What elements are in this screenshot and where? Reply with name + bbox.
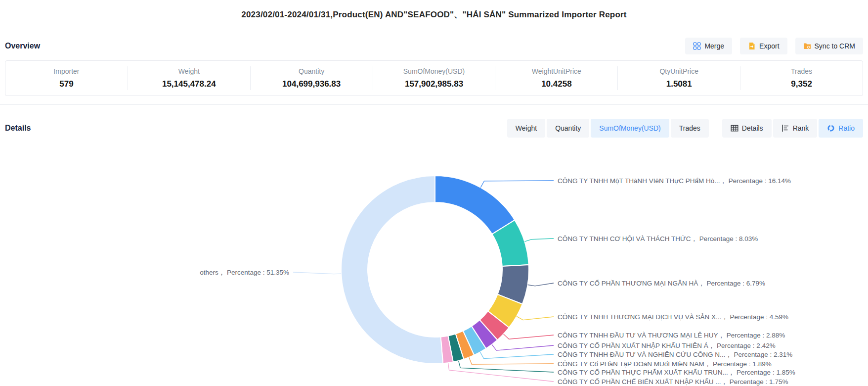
stat-label: Weight	[128, 67, 250, 75]
importer-ratio-chart: CÔNG TY TNHH MộT THàNH VIêN THựC PHẩM Hò…	[0, 148, 868, 386]
tab-quantity[interactable]: Quantity	[547, 119, 589, 138]
stat-importer: Importer 579	[5, 66, 128, 90]
view-ratio-button[interactable]: Ratio	[819, 119, 863, 138]
view-rank-button[interactable]: Rank	[773, 119, 818, 138]
stat-label: Quantity	[251, 67, 373, 75]
export-button[interactable]: Export	[740, 38, 787, 54]
stat-value: 579	[5, 79, 128, 89]
stat-value: 15,145,478.24	[128, 79, 250, 89]
stat-trades: Trades 9,352	[740, 66, 863, 90]
overview-heading: Overview	[5, 42, 40, 50]
details-header-row: Details Weight Quantity SumOfMoney(USD) …	[5, 119, 863, 138]
stat-label: QtyUnitPrice	[618, 67, 740, 75]
stat-value: 104,699,936.83	[251, 79, 373, 89]
section-divider	[0, 104, 868, 105]
slice-label: others， Percentage : 51.35%	[200, 269, 289, 276]
slice-label: CÔNG TY CỔ PHẦN THƯƠNG MẠI NGÂN HÀ， Perc…	[558, 280, 765, 287]
export-icon	[748, 42, 756, 50]
view-switch-group: Details Rank Ratio	[721, 119, 863, 138]
label-leader-line	[469, 357, 554, 364]
ratio-icon	[827, 124, 835, 132]
stat-label: Trades	[740, 67, 863, 75]
details-heading: Details	[5, 124, 31, 133]
stat-weight: Weight 15,145,478.24	[128, 66, 250, 90]
label-leader-line	[524, 239, 554, 241]
slice-label: CÔNG TY TNHH CƠ HỘI VÀ THÁCH THỨC， Perce…	[558, 235, 758, 242]
slice-label: CÔNG TY TNHH MộT THàNH VIêN THựC PHẩM Hò…	[558, 177, 791, 185]
details-toolbar: Weight Quantity SumOfMoney(USD) Trades D…	[506, 119, 863, 138]
importer-share-donut-chart: CÔNG TY TNHH MộT THàNH VIêN THựC PHẩM Hò…	[0, 148, 868, 386]
stat-weight-unit-price: WeightUnitPrice 10.4258	[495, 66, 617, 90]
stat-value: 1.5081	[618, 79, 740, 89]
label-leader-line	[492, 344, 554, 350]
pie-slice[interactable]	[435, 176, 515, 234]
overview-toolbar: Merge Export Sync to CRM	[685, 38, 863, 54]
overview-stats-panel: Importer 579 Weight 15,145,478.24 Quanti…	[5, 60, 863, 96]
stat-qty-unit-price: QtyUnitPrice 1.5081	[617, 66, 740, 90]
stat-label: SumOfMoney(USD)	[373, 67, 495, 75]
tab-trades[interactable]: Trades	[671, 119, 709, 138]
stat-quantity: Quantity 104,699,936.83	[250, 66, 373, 90]
label-leader-line	[480, 181, 554, 188]
tab-sum-of-money[interactable]: SumOfMoney(USD)	[591, 119, 669, 138]
label-leader-line	[528, 283, 554, 286]
label-leader-line	[480, 352, 554, 359]
sync-crm-icon	[803, 42, 811, 50]
export-button-label: Export	[759, 42, 779, 50]
pie-slice[interactable]	[341, 176, 443, 364]
slice-label: CÔNG TY CỔ PHẦN CHẾ BIẾN XUẤT NHẬP KHẨU …	[558, 378, 788, 386]
label-leader-line	[459, 361, 554, 372]
stat-value: 157,902,985.83	[373, 79, 495, 89]
table-icon	[731, 124, 738, 132]
rank-icon	[781, 124, 789, 132]
stat-label: WeightUnitPrice	[495, 67, 617, 75]
label-leader-line	[448, 363, 554, 382]
slice-label: CÔNG TY TNHH THƯƠNG MẠI DỊCH VỤ VÀ SẢN X…	[558, 313, 788, 321]
sync-to-crm-button-label: Sync to CRM	[815, 42, 855, 50]
slice-label: CÔNG TY CỔ PHẦN XUẤT NHẬP KHẨU THIÊN Á， …	[558, 342, 776, 349]
stat-sum-of-money: SumOfMoney(USD) 157,902,985.83	[373, 66, 495, 90]
merge-icon	[693, 42, 701, 50]
view-details-label: Details	[742, 124, 763, 132]
view-rank-label: Rank	[793, 124, 809, 132]
label-leader-line	[517, 316, 554, 320]
view-details-button[interactable]: Details	[722, 119, 772, 138]
stat-value: 9,352	[740, 79, 863, 89]
merge-button-label: Merge	[704, 42, 724, 50]
stat-value: 10.4258	[495, 79, 617, 89]
slice-label: CÔNG TY Cổ PHầN TậP ĐOàN MUốI MIềN NAM， …	[558, 360, 772, 368]
label-leader-line	[293, 272, 341, 274]
slice-label: CÔNG TY CỔ PHẦN THỰC PHẨM XUẤT KHẨU TRUN…	[558, 369, 795, 376]
slice-label: CÔNG TY TNHH ĐẦU TƯ VÀ THƯƠNG MẠI LÊ HUY…	[558, 332, 785, 339]
sync-to-crm-button[interactable]: Sync to CRM	[795, 38, 863, 54]
view-ratio-label: Ratio	[838, 124, 855, 132]
overview-header-row: Overview Merge Export Sync to CRM	[5, 37, 863, 55]
report-title: 2023/02/01-2024/01/31,Product(EN) AND"SE…	[0, 9, 868, 20]
merge-button[interactable]: Merge	[685, 38, 732, 54]
stat-label: Importer	[5, 67, 128, 75]
tab-weight[interactable]: Weight	[507, 119, 545, 138]
slice-label: CÔNG TY TNHH ĐẦU TƯ VÀ NGHIÊN CỨU CÔNG N…	[558, 351, 792, 358]
label-leader-line	[504, 334, 554, 339]
